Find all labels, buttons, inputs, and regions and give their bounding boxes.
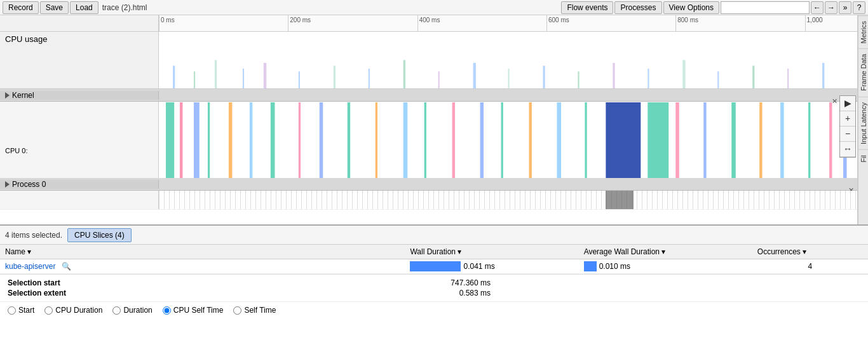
load-button[interactable]: Load [70,1,98,14]
avg-wall-cell: 0.010 ms [584,261,747,271]
scroll-highlight [606,191,634,209]
cursor-btn[interactable]: ▶ [840,96,855,111]
svg-rect-38 [529,102,531,178]
col-avg-wall[interactable]: Average Wall Duration ▾ [579,245,752,259]
svg-rect-42 [648,102,668,178]
process-label: Process 0 [12,180,46,189]
tab-metrics[interactable]: Metrics [858,15,868,48]
process-row-label [0,191,159,209]
bottom-panel: 4 items selected. CPU Slices (4) Name ▾ … [0,224,868,342]
radio-cpu-self-time-input[interactable] [163,306,171,315]
zoom-controls: ▶ + − ↔ [839,95,856,158]
svg-rect-24 [194,102,200,178]
cpu-usage-label: CPU usage [0,32,159,88]
ruler-mark-800: 800 ms [675,15,698,31]
nav-help-button[interactable]: ? [853,1,865,14]
svg-rect-28 [271,102,275,178]
radio-duration-input[interactable] [112,306,121,315]
cpu-rows: CPU 0: [0,102,857,178]
radio-start-input[interactable] [8,306,16,315]
svg-rect-32 [376,102,377,178]
main-area: 0 ms 200 ms 400 ms 600 ms 800 ms 1,000 C… [0,15,868,240]
svg-rect-33 [403,102,408,178]
svg-rect-44 [703,102,706,178]
selection-extent-label: Selection extent [8,289,66,298]
svg-rect-22 [166,102,174,178]
svg-rect-47 [780,102,783,178]
process-header-label[interactable]: Process 0 [0,180,159,189]
toolbar: Record Save Load trace (2).html Flow eve… [0,0,868,15]
svg-rect-19 [752,65,754,88]
tab-frame-data[interactable]: Frame Data [858,48,868,96]
kernel-expand-icon[interactable] [5,92,10,99]
view-options-button[interactable]: View Options [663,1,719,14]
search-icon-small[interactable]: 🔍 [62,262,71,271]
tick-marks [159,191,857,209]
fit-btn[interactable]: ↔ [840,142,855,157]
search-input[interactable] [721,1,810,14]
kernel-header-label[interactable]: Kernel [0,91,159,100]
ruler-mark-600: 600 ms [546,15,569,31]
nav-back-button[interactable]: ← [811,1,824,14]
radio-start[interactable]: Start [8,306,34,315]
radio-cpu-duration[interactable]: CPU Duration [44,306,102,315]
data-table: Name ▾ Wall Duration ▾ Average Wall Dura… [0,245,868,274]
process-section: Process 0 ✕ [0,178,857,210]
zoom-in-btn[interactable]: + [840,111,855,127]
svg-rect-12 [508,69,510,88]
process-header: Process 0 ✕ [0,178,857,191]
cpu-0-content[interactable] [159,102,857,178]
cpu-0-label: CPU 0: [0,102,159,178]
toolbar-right: Flow events Processes View Options ← → »… [561,1,865,14]
bottom-content: Name ▾ Wall Duration ▾ Average Wall Dura… [0,245,868,342]
svg-rect-17 [682,60,685,89]
svg-rect-31 [348,102,350,178]
radio-cpu-duration-input[interactable] [44,306,53,315]
radio-cpu-self-time[interactable]: CPU Self Time [163,306,224,315]
radio-duration[interactable]: Duration [112,306,152,315]
radio-row: Start CPU Duration Duration CPU Self Tim… [0,301,868,318]
radio-self-time-label: Self Time [244,306,276,315]
svg-rect-1 [173,65,175,88]
col-name[interactable]: Name ▾ [0,245,405,259]
svg-rect-20 [787,69,789,88]
nav-more-button[interactable]: » [839,1,851,14]
zoom-out-btn[interactable]: − [840,127,855,142]
radio-self-time[interactable]: Self Time [233,306,276,315]
wall-dur-bar [410,261,461,271]
svg-rect-18 [717,71,719,88]
svg-rect-4 [243,69,244,88]
svg-rect-49 [829,102,832,178]
col-occurrences[interactable]: Occurrences ▾ [752,245,868,259]
svg-rect-45 [731,102,736,178]
wall-dur-value: 0.041 ms [463,262,494,271]
row-avg-wall: 0.010 ms [579,259,752,274]
col-wall-duration[interactable]: Wall Duration ▾ [405,245,578,259]
svg-rect-6 [299,71,300,88]
kernel-section: Kernel ▶ + − ↔ ✕ CPU 0: [0,89,857,178]
ruler-mark-400: 400 ms [417,15,440,31]
row-name-link[interactable]: kube-apiserver [5,262,55,271]
flow-events-button[interactable]: Flow events [561,1,613,14]
svg-rect-46 [759,102,762,178]
cpu-slices-tab[interactable]: CPU Slices (4) [67,228,132,242]
timeline-label-col [0,15,159,31]
svg-rect-15 [613,63,614,88]
selection-start-value: 747.360 ms [451,278,491,287]
tab-fil[interactable]: Fil [858,149,868,168]
svg-rect-37 [501,102,503,178]
nav-forward-button[interactable]: → [825,1,837,14]
save-button[interactable]: Save [40,1,69,14]
tab-input-latency[interactable]: Input Latency [858,97,868,149]
timeline-header: 0 ms 200 ms 400 ms 600 ms 800 ms 1,000 [0,15,857,32]
trace-panel: 0 ms 200 ms 400 ms 600 ms 800 ms 1,000 C… [0,15,858,240]
radio-self-time-input[interactable] [233,306,241,315]
record-button[interactable]: Record [3,1,39,14]
svg-rect-13 [543,65,545,88]
cpu-usage-section: CPU usage [0,32,857,89]
cpu-row-0: CPU 0: [0,102,857,178]
cpu-usage-chart[interactable] [159,32,857,88]
process-expand-icon[interactable] [5,181,10,188]
process-row-content[interactable] [159,191,857,209]
processes-button[interactable]: Processes [614,1,661,14]
